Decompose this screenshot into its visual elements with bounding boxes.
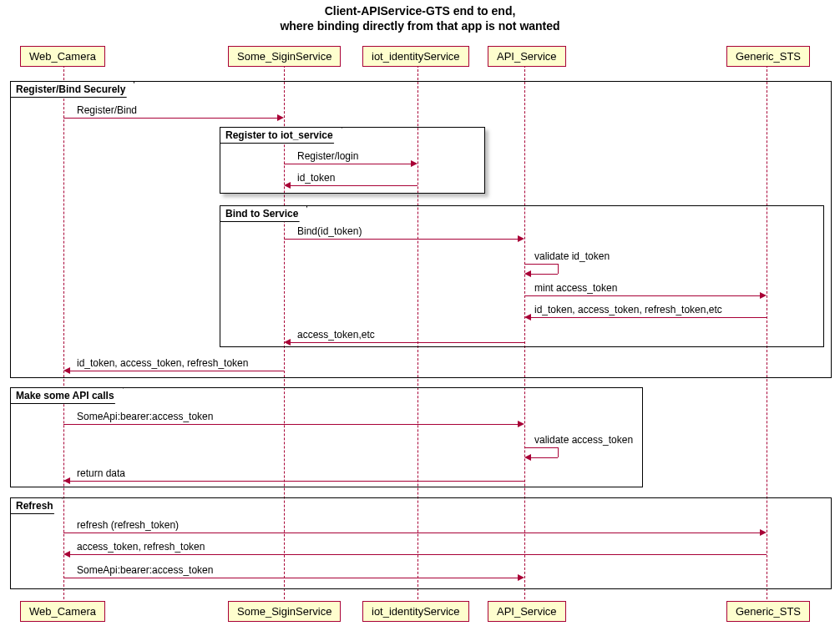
- arrow-bind-id-token: [284, 239, 518, 240]
- msg-tokens-from-sts: id_token, access_token, refresh_token,et…: [534, 304, 722, 315]
- title-line-2: where binding directly from that app is …: [280, 19, 559, 33]
- msg-register-login: Register/login: [297, 150, 358, 162]
- msg-register-bind: Register/Bind: [77, 104, 137, 116]
- arrowhead-refresh: [760, 529, 767, 536]
- participant-generic-sts-top: Generic_STS: [726, 46, 810, 67]
- arrow-refresh: [63, 533, 760, 533]
- msg-id-token: id_token: [297, 172, 335, 184]
- arrowhead-refresh-tokens: [63, 551, 70, 558]
- diagram-title: Client-APIService-GTS end to end, where …: [0, 3, 840, 33]
- sequence-diagram: Client-APIService-GTS end to end, where …: [0, 0, 840, 636]
- arrowhead-tokens-from-sts: [524, 314, 531, 321]
- participant-some-siginservice-top: Some_SiginService: [228, 46, 341, 67]
- group-label-make-api-calls: Make some API calls: [11, 388, 124, 404]
- arrowhead-bind-id-token: [518, 235, 524, 242]
- msg-validate-id-token: validate id_token: [534, 250, 610, 262]
- arrow-id-token: [291, 185, 417, 186]
- group-label-register-bind-securely: Register/Bind Securely: [11, 82, 134, 98]
- group-label-bind-to-service: Bind to Service: [220, 206, 307, 222]
- participant-api-service-bottom: API_Service: [488, 601, 566, 622]
- participant-web-camera-bottom: Web_Camera: [20, 601, 105, 622]
- msg-bind-id-token: Bind(id_token): [297, 225, 362, 237]
- arrow-register-bind: [63, 118, 277, 119]
- participant-web-camera-top: Web_Camera: [20, 46, 105, 67]
- participant-iot-identityservice-bottom: iot_identityService: [362, 601, 469, 622]
- arrow-return-data: [70, 481, 524, 482]
- arrow-some-api-call-2: [63, 578, 518, 578]
- participant-generic-sts-bottom: Generic_STS: [726, 601, 810, 622]
- arrow-refresh-tokens: [70, 554, 767, 555]
- arrowhead-some-api-call: [518, 421, 524, 427]
- msg-access-token-etc: access_token,etc: [297, 329, 375, 341]
- arrow-validate-id-token-back: [531, 274, 558, 275]
- arrow-some-api-call: [63, 424, 518, 425]
- arrowhead-validate-id-token: [524, 270, 531, 277]
- arrowhead-register-login: [411, 160, 417, 167]
- participant-iot-identityservice-top: iot_identityService: [362, 46, 469, 67]
- arrow-access-token-etc: [291, 342, 524, 343]
- msg-return-data: return data: [77, 467, 125, 479]
- arrowhead-mint-access-token: [760, 292, 767, 299]
- msg-refresh-tokens: access_token, refresh_token: [77, 541, 205, 553]
- participant-some-siginservice-bottom: Some_SiginService: [228, 601, 341, 622]
- arrowhead-some-api-call-2: [518, 574, 524, 581]
- group-label-register-to-iot-service: Register to iot_service: [220, 128, 342, 144]
- msg-some-api-call-2: SomeApi:bearer:access_token: [77, 564, 213, 576]
- arrowhead-return-data: [63, 477, 70, 484]
- arrow-validate-access-token-out: [524, 447, 558, 448]
- msg-mint-access-token: mint access_token: [534, 282, 617, 294]
- arrowhead-access-token-etc: [284, 339, 291, 346]
- msg-validate-access-token: validate access_token: [534, 434, 633, 446]
- group-label-refresh: Refresh: [11, 498, 63, 514]
- participant-api-service-top: API_Service: [488, 46, 566, 67]
- msg-some-api-call: SomeApi:bearer:access_token: [77, 411, 213, 422]
- arrow-validate-access-token-v: [558, 447, 559, 457]
- arrowhead-register-bind: [277, 114, 284, 121]
- title-line-1: Client-APIService-GTS end to end,: [325, 4, 516, 18]
- arrow-tokens-to-camera: [70, 371, 284, 371]
- arrow-validate-access-token-back: [531, 457, 558, 458]
- msg-refresh: refresh (refresh_token): [77, 519, 179, 531]
- arrow-validate-id-token-v: [558, 264, 559, 274]
- arrowhead-validate-access-token: [524, 454, 531, 461]
- arrow-mint-access-token: [524, 295, 760, 296]
- arrowhead-tokens-to-camera: [63, 367, 70, 374]
- arrow-validate-id-token-out: [524, 264, 558, 265]
- arrow-tokens-from-sts: [531, 317, 767, 318]
- arrow-register-login: [284, 164, 411, 164]
- msg-tokens-to-camera: id_token, access_token, refresh_token: [77, 357, 248, 369]
- arrowhead-id-token: [284, 182, 291, 189]
